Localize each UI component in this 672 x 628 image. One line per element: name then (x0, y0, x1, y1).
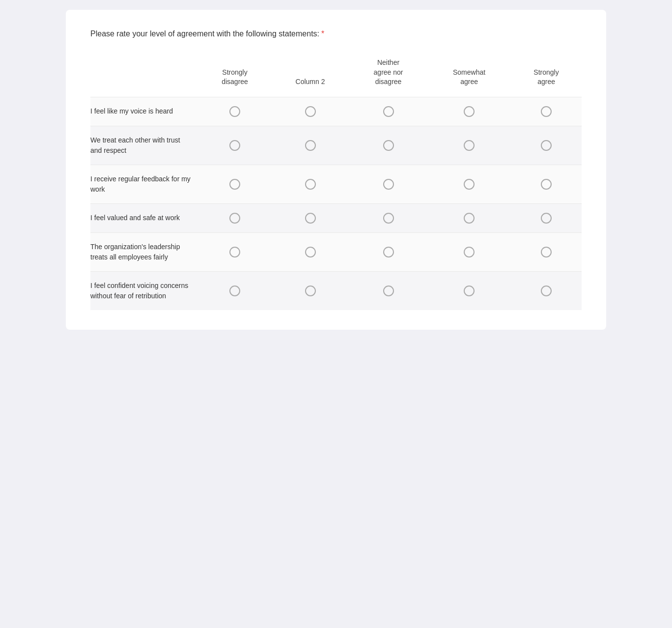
table-header-row: Stronglydisagree Column 2 Neitheragree n… (90, 53, 582, 97)
radio-row5-col4[interactable] (464, 247, 475, 257)
radio-row6-col5[interactable] (541, 285, 552, 296)
radio-row6-col4[interactable] (464, 285, 475, 296)
radio-row3-col3[interactable] (383, 179, 394, 190)
table-row: I feel confident voicing concerns withou… (90, 271, 582, 310)
cell-row4-col3[interactable] (349, 203, 427, 232)
cell-row5-col3[interactable] (349, 232, 427, 271)
row-label-row4: I feel valued and safe at work (90, 203, 198, 232)
radio-row2-col4[interactable] (464, 140, 475, 151)
radio-row1-col4[interactable] (464, 106, 475, 117)
cell-row1-col3[interactable] (349, 97, 427, 126)
radio-row4-col1[interactable] (229, 213, 240, 224)
radio-row4-col3[interactable] (383, 213, 394, 224)
radio-row3-col5[interactable] (541, 179, 552, 190)
radio-row1-col3[interactable] (383, 106, 394, 117)
cell-row6-col4[interactable] (427, 271, 511, 310)
radio-row2-col5[interactable] (541, 140, 552, 151)
header-col3: Neitheragree nordisagree (349, 53, 427, 97)
cell-row4-col2[interactable] (271, 203, 349, 232)
radio-row3-col2[interactable] (305, 179, 316, 190)
cell-row4-col5[interactable] (511, 203, 582, 232)
cell-row3-col2[interactable] (271, 165, 349, 203)
question-text: Please rate your level of agreement with… (90, 29, 319, 38)
cell-row3-col5[interactable] (511, 165, 582, 203)
header-col2: Column 2 (271, 53, 349, 97)
header-col5: Stronglyagree (511, 53, 582, 97)
radio-row1-col1[interactable] (229, 106, 240, 117)
cell-row2-col4[interactable] (427, 126, 511, 165)
cell-row3-col4[interactable] (427, 165, 511, 203)
cell-row6-col2[interactable] (271, 271, 349, 310)
header-col1: Stronglydisagree (198, 53, 271, 97)
rating-table: Stronglydisagree Column 2 Neitheragree n… (90, 53, 582, 310)
radio-row5-col3[interactable] (383, 247, 394, 257)
radio-row5-col2[interactable] (305, 247, 316, 257)
table-row: We treat each other with trust and respe… (90, 126, 582, 165)
radio-row1-col2[interactable] (305, 106, 316, 117)
radio-row1-col5[interactable] (541, 106, 552, 117)
cell-row3-col1[interactable] (198, 165, 271, 203)
row-label-row1: I feel like my voice is heard (90, 97, 198, 126)
cell-row1-col5[interactable] (511, 97, 582, 126)
row-label-row2: We treat each other with trust and respe… (90, 126, 198, 165)
cell-row2-col2[interactable] (271, 126, 349, 165)
radio-row2-col2[interactable] (305, 140, 316, 151)
cell-row6-col5[interactable] (511, 271, 582, 310)
radio-row4-col2[interactable] (305, 213, 316, 224)
radio-row2-col1[interactable] (229, 140, 240, 151)
question-title: Please rate your level of agreement with… (90, 29, 582, 38)
cell-row6-col1[interactable] (198, 271, 271, 310)
radio-row6-col2[interactable] (305, 285, 316, 296)
cell-row1-col4[interactable] (427, 97, 511, 126)
radio-row2-col3[interactable] (383, 140, 394, 151)
header-col4: Somewhatagree (427, 53, 511, 97)
cell-row2-col5[interactable] (511, 126, 582, 165)
row-label-row6: I feel confident voicing concerns withou… (90, 271, 198, 310)
radio-row6-col1[interactable] (229, 285, 240, 296)
cell-row2-col3[interactable] (349, 126, 427, 165)
radio-row4-col4[interactable] (464, 213, 475, 224)
header-empty (90, 53, 198, 97)
cell-row5-col5[interactable] (511, 232, 582, 271)
cell-row6-col3[interactable] (349, 271, 427, 310)
cell-row5-col4[interactable] (427, 232, 511, 271)
cell-row4-col1[interactable] (198, 203, 271, 232)
radio-row6-col3[interactable] (383, 285, 394, 296)
cell-row5-col1[interactable] (198, 232, 271, 271)
table-row: I receive regular feedback for my work (90, 165, 582, 203)
cell-row4-col4[interactable] (427, 203, 511, 232)
cell-row3-col3[interactable] (349, 165, 427, 203)
radio-row5-col1[interactable] (229, 247, 240, 257)
table-row: I feel valued and safe at work (90, 203, 582, 232)
radio-row5-col5[interactable] (541, 247, 552, 257)
cell-row1-col2[interactable] (271, 97, 349, 126)
radio-row3-col4[interactable] (464, 179, 475, 190)
survey-container: Please rate your level of agreement with… (66, 10, 606, 330)
radio-row4-col5[interactable] (541, 213, 552, 224)
row-label-row5: The organization's leadership treats all… (90, 232, 198, 271)
row-label-row3: I receive regular feedback for my work (90, 165, 198, 203)
table-row: The organization's leadership treats all… (90, 232, 582, 271)
table-row: I feel like my voice is heard (90, 97, 582, 126)
radio-row3-col1[interactable] (229, 179, 240, 190)
required-star: * (321, 29, 324, 38)
cell-row1-col1[interactable] (198, 97, 271, 126)
cell-row2-col1[interactable] (198, 126, 271, 165)
cell-row5-col2[interactable] (271, 232, 349, 271)
